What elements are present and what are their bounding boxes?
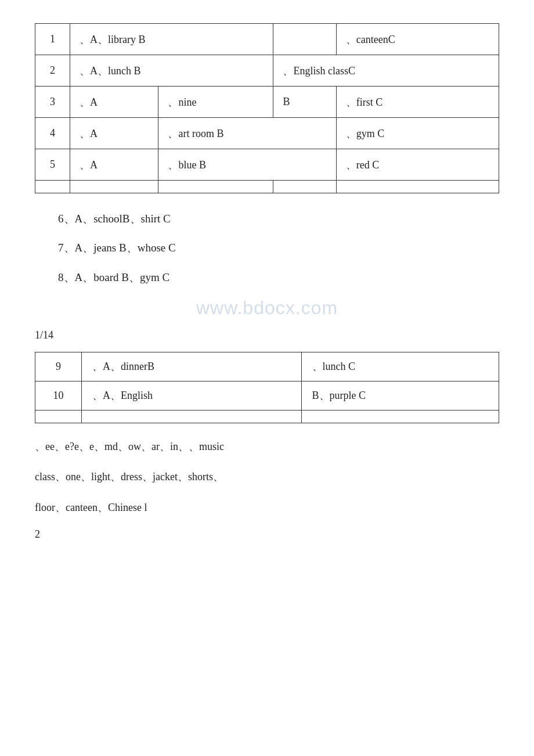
table-row: 9 、A、dinnerB 、lunch C bbox=[35, 352, 499, 381]
row-3-b2: B bbox=[273, 87, 336, 118]
table-empty-row bbox=[35, 181, 499, 193]
word-line-2: class、one、light、dress、jacket、shorts、 bbox=[35, 467, 499, 486]
row-4-b: 、art room B bbox=[158, 118, 336, 149]
bottom-number: 2 bbox=[35, 528, 499, 541]
item-7: 7、A、jeans B、whose C bbox=[58, 239, 499, 257]
row-3-c: 、first C bbox=[336, 87, 499, 118]
row-2-ab: 、A、lunch B bbox=[70, 55, 273, 87]
table-row: 4 、A 、art room B 、gym C bbox=[35, 118, 499, 149]
row-num-4: 4 bbox=[35, 118, 70, 149]
table-empty-row bbox=[35, 410, 499, 423]
row-4-a: 、A bbox=[70, 118, 158, 149]
table-row: 2 、A、lunch B 、English classC bbox=[35, 55, 499, 87]
row-num-10: 10 bbox=[35, 381, 82, 410]
row-num-5: 5 bbox=[35, 149, 70, 181]
table-row: 3 、A 、nine B 、first C bbox=[35, 87, 499, 118]
row-1-ab: 、A、library B bbox=[70, 24, 273, 55]
row-10-col3: B、purple C bbox=[301, 381, 499, 410]
row-1-c: 、canteenC bbox=[336, 24, 499, 55]
row-10-col2: 、A、English bbox=[82, 381, 302, 410]
item-6: 6、A、schoolB、shirt C bbox=[58, 210, 499, 228]
row-5-a: 、A bbox=[70, 149, 158, 181]
row-9-col3: 、lunch C bbox=[301, 352, 499, 381]
row-num-3: 3 bbox=[35, 87, 70, 118]
watermark: www.bdocx.com bbox=[35, 297, 499, 319]
word-line-3: floor、canteen、Chinese l bbox=[35, 498, 499, 517]
table-row: 10 、A、English B、purple C bbox=[35, 381, 499, 410]
row-5-b: 、blue B bbox=[158, 149, 336, 181]
row-num-2: 2 bbox=[35, 55, 70, 87]
page-fraction: 1/14 bbox=[35, 329, 499, 341]
row-1-empty bbox=[273, 24, 336, 55]
row-3-b1: 、nine bbox=[158, 87, 273, 118]
table-row: 1 、A、library B 、canteenC bbox=[35, 24, 499, 55]
row-num-9: 9 bbox=[35, 352, 82, 381]
row-num-1: 1 bbox=[35, 24, 70, 55]
table-row: 5 、A 、blue B 、red C bbox=[35, 149, 499, 181]
row-5-c: 、red C bbox=[336, 149, 499, 181]
table-2: 9 、A、dinnerB 、lunch C 10 、A、English B、pu… bbox=[35, 352, 499, 423]
row-2-c: 、English classC bbox=[273, 55, 499, 87]
table-1: 1 、A、library B 、canteenC 2 、A、lunch B 、E… bbox=[35, 23, 499, 193]
row-4-c: 、gym C bbox=[336, 118, 499, 149]
row-3-a: 、A bbox=[70, 87, 158, 118]
word-line-1: 、ee、e?e、e、md、ow、ar、in、、music bbox=[35, 437, 499, 456]
row-9-col2: 、A、dinnerB bbox=[82, 352, 302, 381]
item-8: 8、A、board B、gym C bbox=[58, 268, 499, 287]
